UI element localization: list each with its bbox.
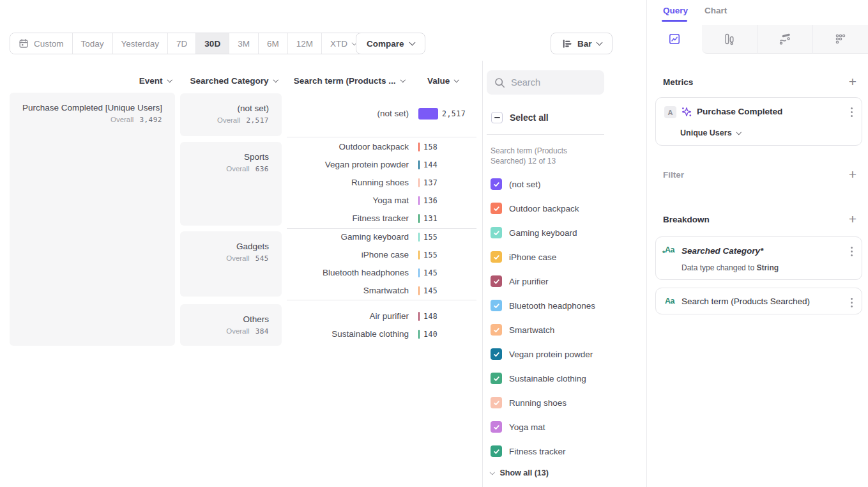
date-range-label: Yesterday — [121, 39, 160, 49]
row-group-divider — [287, 228, 476, 229]
checkbox-checked[interactable] — [491, 300, 502, 311]
kebab-menu-icon[interactable] — [851, 111, 853, 113]
tab-chart[interactable]: Chart — [704, 6, 727, 15]
category-cell[interactable]: OthersOverall384 — [180, 304, 282, 346]
date-range-today[interactable]: Today — [72, 33, 112, 54]
category-cell[interactable]: (not set)Overall2,517 — [180, 93, 282, 136]
filter-item[interactable]: Bluetooth headphones — [491, 300, 595, 311]
value-bar[interactable] — [418, 330, 420, 339]
metric-card[interactable]: A Purchase Completed Unique Users — [655, 97, 862, 146]
checkbox-checked[interactable] — [491, 397, 502, 408]
column-header-event[interactable]: Event — [10, 75, 171, 86]
flows-icon — [779, 33, 791, 45]
add-filter-button[interactable]: + — [849, 169, 857, 180]
breakdown-card[interactable]: Aa* Searched Category* Data type changed… — [655, 236, 862, 280]
value-bar[interactable] — [418, 160, 420, 169]
date-range-custom[interactable]: Custom — [10, 33, 72, 54]
date-range-7d[interactable]: 7D — [167, 33, 195, 54]
category-name: Gadgets — [188, 241, 269, 252]
checkbox-checked[interactable] — [491, 324, 502, 336]
value-bar[interactable] — [418, 143, 420, 151]
overall-label: Overall — [110, 114, 133, 125]
kebab-menu-icon[interactable] — [851, 302, 853, 304]
filter-item[interactable]: (not set) — [491, 178, 541, 190]
category-cell[interactable]: GadgetsOverall545 — [180, 231, 282, 297]
value-bar[interactable] — [418, 233, 420, 242]
filter-item[interactable]: Yoga mat — [491, 421, 545, 433]
tab-funnel-chart[interactable] — [702, 25, 757, 54]
value-bar[interactable] — [418, 268, 420, 277]
filter-item[interactable]: Running shoes — [491, 397, 567, 408]
filter-item[interactable]: Vegan protein powder — [491, 348, 593, 360]
value-text: 137 — [423, 178, 438, 188]
value-bar[interactable] — [418, 251, 420, 259]
select-all-checkbox[interactable] — [491, 112, 503, 123]
tab-query[interactable]: Query — [663, 6, 688, 15]
kebab-menu-icon[interactable] — [851, 251, 853, 252]
checkbox-checked[interactable] — [491, 227, 502, 238]
overall-label: Overall — [217, 115, 240, 125]
filter-item-label: Air purifier — [509, 277, 549, 286]
divider — [487, 134, 604, 135]
filter-item[interactable]: iPhone case — [491, 251, 556, 263]
checkbox-checked[interactable] — [491, 203, 502, 214]
check-icon — [493, 424, 500, 431]
date-range-3m[interactable]: 3M — [229, 33, 258, 54]
tab-flows-chart[interactable] — [757, 25, 812, 54]
checkbox-checked[interactable] — [491, 275, 502, 287]
tab-retention-chart[interactable] — [812, 25, 868, 54]
chart-type-select[interactable]: Bar — [551, 33, 613, 54]
tab-insights-chart[interactable] — [647, 25, 702, 54]
add-metric-button[interactable]: + — [849, 76, 857, 88]
value-text: 148 — [423, 311, 438, 321]
show-all-button[interactable]: Show all (13) — [491, 468, 549, 477]
date-range-yesterday[interactable]: Yesterday — [112, 33, 168, 54]
value-text: 2,517 — [442, 109, 466, 119]
checkbox-checked[interactable] — [491, 178, 502, 190]
select-all[interactable]: Select all — [491, 112, 549, 123]
value-bar[interactable] — [418, 214, 420, 223]
filter-item[interactable]: Smartwatch — [491, 324, 554, 336]
check-icon — [493, 399, 500, 406]
compare-button[interactable]: Compare — [356, 33, 425, 54]
chevron-down-icon — [273, 77, 278, 82]
breakdown-card[interactable]: Aa Search term (Products Searched) — [655, 288, 862, 314]
chevron-down-icon — [454, 77, 459, 82]
date-range-12m[interactable]: 12M — [287, 33, 321, 54]
value-bar[interactable] — [418, 108, 438, 120]
filter-item[interactable]: Gaming keyboard — [491, 227, 577, 238]
search-term-label: Sustainable clothing — [287, 329, 409, 340]
column-header-searched-category[interactable]: Searched Category — [180, 75, 277, 86]
chevron-down-icon — [596, 39, 602, 45]
search-input[interactable] — [511, 77, 597, 88]
date-range-label: 3M — [238, 39, 250, 49]
column-header-value[interactable]: Value — [427, 75, 459, 86]
checkbox-checked[interactable] — [491, 251, 502, 263]
checkbox-checked[interactable] — [491, 421, 502, 433]
value-text: 155 — [423, 232, 438, 242]
value-bar[interactable] — [418, 196, 420, 205]
value-bar[interactable] — [418, 178, 420, 187]
filter-item-label: Sustainable clothing — [509, 374, 586, 383]
value-bar[interactable] — [418, 312, 420, 321]
value-bar[interactable] — [418, 286, 420, 295]
filter-item[interactable]: Fitness tracker — [491, 445, 566, 457]
chevron-down-icon — [736, 130, 741, 135]
filter-item[interactable]: Sustainable clothing — [491, 373, 586, 384]
date-range-30d[interactable]: 30D — [195, 33, 229, 54]
measure-select[interactable]: Unique Users — [680, 128, 740, 137]
checkbox-checked[interactable] — [491, 373, 502, 384]
event-cell[interactable]: Purchase Completed [Unique Users] Overal… — [10, 93, 175, 346]
add-breakdown-button[interactable]: + — [849, 213, 857, 225]
date-range-label: 7D — [176, 39, 187, 49]
date-range-6m[interactable]: 6M — [258, 33, 287, 54]
category-cell[interactable]: SportsOverall636 — [180, 142, 282, 226]
checkbox-checked[interactable] — [491, 348, 502, 360]
string-property-icon: Aa* — [665, 245, 674, 254]
filter-item[interactable]: Air purifier — [491, 275, 549, 287]
search-box[interactable] — [487, 70, 604, 95]
overall-value: 636 — [255, 164, 269, 174]
filter-item[interactable]: Outdoor backpack — [491, 203, 579, 214]
checkbox-checked[interactable] — [491, 445, 502, 457]
column-header-search-term[interactable]: Search term (Products ... — [287, 75, 404, 86]
